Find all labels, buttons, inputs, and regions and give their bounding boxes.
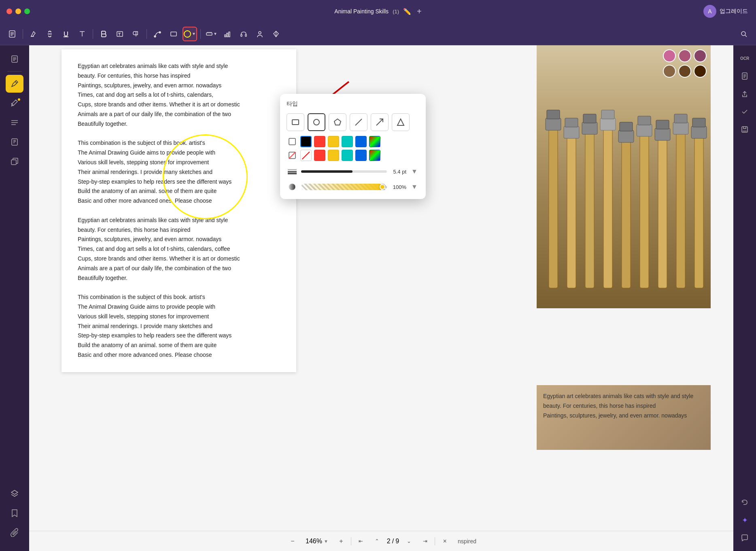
nav-next-button[interactable]: ⌄ xyxy=(402,535,415,548)
stroke-red[interactable] xyxy=(314,150,325,161)
text-line-9: The Animal Drawing Guide aims to provide… xyxy=(78,148,280,158)
zoom-out-button[interactable]: − xyxy=(286,535,299,548)
svg-rect-62 xyxy=(655,128,670,140)
svg-rect-68 xyxy=(691,126,707,138)
sidebar-icon-layers[interactable] xyxy=(6,485,23,502)
line-shape-option[interactable] xyxy=(350,113,367,131)
minimize-button[interactable] xyxy=(15,8,21,14)
svg-rect-41 xyxy=(11,160,16,165)
circle-shape-option[interactable] xyxy=(308,113,325,131)
sidebar-icon-pages[interactable] xyxy=(6,50,23,68)
zoom-level[interactable]: 146% ▼ xyxy=(302,538,331,545)
nav-end-button[interactable]: ⇥ xyxy=(418,535,431,548)
rs-doc-icon[interactable] xyxy=(737,68,753,84)
page-current: 2 xyxy=(387,538,391,545)
sidebar-icon-format[interactable] xyxy=(6,114,23,131)
svg-rect-46 xyxy=(567,134,576,288)
svg-rect-15 xyxy=(206,33,212,35)
color-teal[interactable] xyxy=(342,136,353,147)
svg-rect-88 xyxy=(742,127,748,132)
opacity-dropdown[interactable]: ▼ xyxy=(410,182,419,192)
zoom-in-button[interactable]: + xyxy=(335,535,348,548)
color-special[interactable] xyxy=(369,136,380,147)
highlighter-icon[interactable] xyxy=(26,27,41,41)
color-blue[interactable] xyxy=(355,136,367,147)
svg-rect-47 xyxy=(564,126,579,138)
text-line-2: beauty. For centuries, this horse has in… xyxy=(78,71,280,81)
text-line-27: Build the anatomy of an animal. some of … xyxy=(78,341,280,350)
rectangle-tool-icon[interactable] xyxy=(166,27,181,41)
headphone-icon[interactable] xyxy=(236,27,251,41)
rs-share-icon[interactable] xyxy=(737,86,753,102)
stroke-width-row: 5.4 pt ▼ xyxy=(287,166,419,177)
close-button[interactable] xyxy=(6,8,12,14)
svg-rect-49 xyxy=(585,130,594,288)
page-total: 9 xyxy=(395,538,399,545)
opacity-track[interactable] xyxy=(301,184,387,190)
strikethrough-icon[interactable] xyxy=(42,27,57,41)
text-line-space1 xyxy=(78,129,280,139)
sidebar-icon-bookmark[interactable] xyxy=(6,504,23,522)
fill-color-row xyxy=(287,136,419,147)
stroke-width-dropdown[interactable]: ▼ xyxy=(410,167,419,176)
sidebar-icon-export[interactable] xyxy=(6,133,23,151)
color-yellow[interactable] xyxy=(328,136,339,147)
text-box-icon[interactable] xyxy=(113,27,127,41)
svg-point-13 xyxy=(159,32,161,33)
sidebar-icon-edit[interactable] xyxy=(6,94,23,112)
svg-marker-76 xyxy=(397,119,404,125)
color-red[interactable] xyxy=(314,136,325,147)
nav-start-button[interactable]: ⇤ xyxy=(355,535,367,548)
stroke-teal[interactable] xyxy=(342,150,353,161)
ocr-icon[interactable]: OCR xyxy=(737,50,753,66)
paragraph-icon[interactable] xyxy=(129,27,143,41)
nav-prev-button[interactable]: ⌃ xyxy=(371,535,384,548)
text-icon[interactable] xyxy=(75,27,89,41)
measure-tool-icon[interactable]: ▼ xyxy=(204,27,219,41)
search-button[interactable] xyxy=(737,27,751,41)
rs-chat-icon[interactable] xyxy=(737,530,753,546)
close-search-button[interactable]: × xyxy=(438,535,451,548)
bottom-toolbar: − 146% ▼ + ⇤ ⌃ 2 / 9 ⌄ ⇥ × nspired xyxy=(29,531,733,551)
color-black[interactable] xyxy=(300,136,312,147)
add-tab-button[interactable]: + xyxy=(417,7,422,16)
rs-check-icon[interactable] xyxy=(737,104,753,120)
rs-save-icon[interactable] xyxy=(737,121,753,138)
pen-nib-icon[interactable] xyxy=(269,27,283,41)
opacity-row: 100% ▼ xyxy=(287,181,419,193)
path-tool-icon[interactable] xyxy=(150,27,165,41)
rs-undo-icon[interactable] xyxy=(737,494,753,511)
svg-rect-45 xyxy=(547,110,560,119)
svg-rect-65 xyxy=(673,122,688,134)
sidebar-icon-attachment[interactable] xyxy=(6,523,23,541)
upgrade-label[interactable]: 업그레이드 xyxy=(720,8,748,15)
stroke-width-track[interactable] xyxy=(301,170,387,173)
svg-rect-64 xyxy=(676,130,685,288)
maximize-button[interactable] xyxy=(24,8,30,14)
svg-rect-20 xyxy=(225,35,226,37)
circle-tool-active-button[interactable]: ▼ xyxy=(183,27,197,41)
svg-marker-73 xyxy=(334,119,341,125)
svg-rect-63 xyxy=(656,120,669,129)
sidebar-icon-annotate[interactable] xyxy=(6,75,23,93)
stroke-yellow[interactable] xyxy=(328,150,339,161)
arrow-shape-option[interactable] xyxy=(371,113,389,131)
document-icon[interactable] xyxy=(5,27,19,41)
bold-text-icon[interactable] xyxy=(96,27,111,41)
stroke-special[interactable] xyxy=(369,150,380,161)
zoom-dropdown-icon[interactable]: ▼ xyxy=(324,539,328,544)
triangle-shape-option[interactable] xyxy=(392,113,410,131)
stroke-blue[interactable] xyxy=(355,150,367,161)
document-page: Egyptian art celebrates animals like cat… xyxy=(62,49,296,372)
pentagon-shape-option[interactable] xyxy=(329,113,346,131)
rs-magic-icon[interactable]: ✦ xyxy=(737,512,753,528)
stroke-no-fill[interactable] xyxy=(300,150,312,161)
svg-line-74 xyxy=(355,119,362,125)
sidebar-icon-copy[interactable] xyxy=(6,153,23,170)
underline-icon[interactable] xyxy=(59,27,73,41)
rectangle-shape-option[interactable] xyxy=(287,113,304,131)
person-icon[interactable] xyxy=(253,27,267,41)
chart-icon[interactable] xyxy=(220,27,235,41)
edit-tab-icon[interactable]: ✏️ xyxy=(403,8,411,15)
text-line-5: Cups, store brands and other items. Whet… xyxy=(78,100,280,110)
